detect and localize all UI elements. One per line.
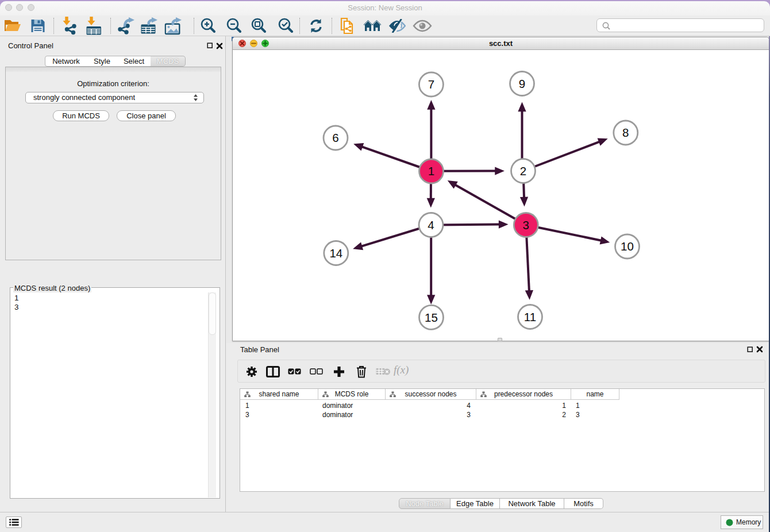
svg-text:9: 9: [519, 77, 525, 90]
svg-text:14: 14: [329, 246, 342, 260]
svg-text:4: 4: [428, 218, 434, 232]
svg-text:11: 11: [524, 310, 536, 323]
svg-text:3: 3: [523, 218, 529, 232]
svg-text:2: 2: [520, 164, 526, 178]
svg-text:10: 10: [621, 240, 634, 253]
svg-text:7: 7: [428, 78, 434, 91]
svg-text:1: 1: [428, 164, 434, 178]
svg-text:8: 8: [622, 126, 629, 139]
svg-text:15: 15: [425, 311, 438, 324]
svg-text:6: 6: [332, 131, 338, 144]
